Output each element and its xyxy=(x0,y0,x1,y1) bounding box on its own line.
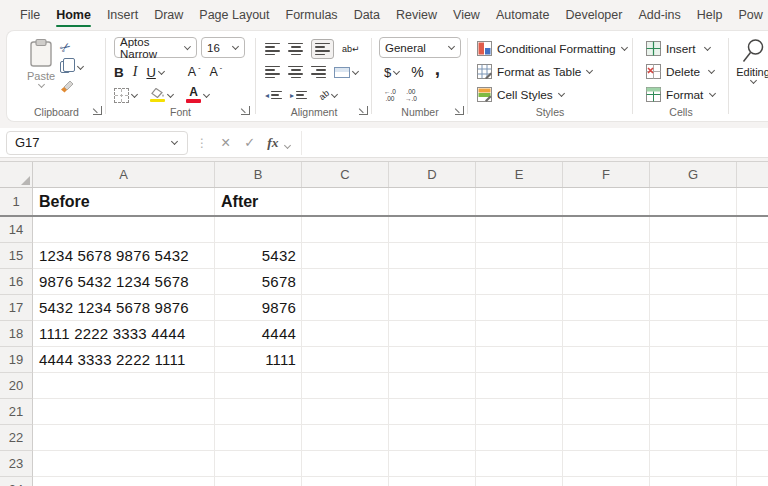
cell-col-c[interactable] xyxy=(302,321,389,347)
cell-col-h-partial[interactable] xyxy=(737,373,768,399)
ribbon-tab[interactable]: Review xyxy=(388,0,445,30)
cell-col-g[interactable] xyxy=(650,373,737,399)
select-all-corner[interactable] xyxy=(0,162,33,187)
cell-col-h-partial[interactable] xyxy=(737,217,768,243)
row-header[interactable]: 19 xyxy=(0,347,33,373)
cell-col-d[interactable] xyxy=(389,295,476,321)
row-header[interactable]: 21 xyxy=(0,399,33,425)
increase-decimal-button[interactable]: ←.0.00 xyxy=(384,88,396,103)
cell-col-e[interactable] xyxy=(476,451,563,477)
dialog-launcher-icon[interactable] xyxy=(359,106,368,115)
cell-col-e[interactable] xyxy=(476,269,563,295)
column-header[interactable]: F xyxy=(563,162,650,187)
bold-button[interactable]: B xyxy=(114,65,124,80)
column-header[interactable]: G xyxy=(650,162,737,187)
cell-col-d[interactable] xyxy=(389,399,476,425)
comma-style-button[interactable]: , xyxy=(435,67,440,77)
cell-col-e[interactable] xyxy=(476,295,563,321)
insert-cells-button[interactable]: Insert xyxy=(646,38,711,59)
cell-col-f[interactable] xyxy=(563,347,650,373)
cell-col-c[interactable] xyxy=(302,451,389,477)
dialog-launcher-icon[interactable] xyxy=(455,106,464,115)
cell-col-h-partial[interactable] xyxy=(737,477,768,486)
number-format-combo[interactable]: General xyxy=(379,37,461,58)
copy-button[interactable] xyxy=(60,61,84,73)
cell-col-f[interactable] xyxy=(563,188,650,215)
align-center-button[interactable] xyxy=(288,66,303,78)
cancel-button[interactable]: × xyxy=(214,134,237,152)
bottom-align-button[interactable] xyxy=(311,39,334,59)
increase-indent-button[interactable]: ▸ xyxy=(290,91,307,100)
ribbon-tab[interactable]: Data xyxy=(346,0,388,30)
column-header[interactable]: D xyxy=(389,162,476,187)
cell-col-b[interactable]: 1111 xyxy=(215,347,302,373)
cell-col-b[interactable] xyxy=(215,373,302,399)
cell-col-c[interactable] xyxy=(302,188,389,215)
ribbon-tab[interactable]: Automate xyxy=(488,0,558,30)
cell-col-d[interactable] xyxy=(389,217,476,243)
cell-col-a[interactable]: 4444 3333 2222 1111 xyxy=(33,347,215,373)
cell-col-a[interactable] xyxy=(33,373,215,399)
cell-col-d[interactable] xyxy=(389,188,476,215)
cell-col-f[interactable] xyxy=(563,321,650,347)
cell-col-b[interactable] xyxy=(215,477,302,486)
cell-col-f[interactable] xyxy=(563,451,650,477)
cell-col-a[interactable] xyxy=(33,425,215,451)
font-name-combo[interactable]: Aptos Narrow xyxy=(114,37,197,58)
cell-col-a[interactable]: 1111 2222 3333 4444 xyxy=(33,321,215,347)
formula-bar-splitter[interactable]: ⋮ xyxy=(196,136,208,150)
orientation-button[interactable]: ab xyxy=(319,90,338,100)
cell-col-f[interactable] xyxy=(563,295,650,321)
ribbon-tab[interactable]: Page Layout xyxy=(191,0,277,30)
cell-col-c[interactable] xyxy=(302,269,389,295)
underline-button[interactable]: U xyxy=(146,65,164,80)
cell-col-c[interactable] xyxy=(302,347,389,373)
cell-col-d[interactable] xyxy=(389,321,476,347)
column-header[interactable]: A xyxy=(33,162,215,187)
cell-col-b[interactable]: 5678 xyxy=(215,269,302,295)
cell-col-a[interactable]: 5432 1234 5678 9876 xyxy=(33,295,215,321)
cell-col-h-partial[interactable] xyxy=(737,347,768,373)
cell-col-b[interactable] xyxy=(215,399,302,425)
editing-button[interactable]: Editing xyxy=(731,38,768,83)
cell-col-c[interactable] xyxy=(302,399,389,425)
cell-col-b[interactable] xyxy=(215,451,302,477)
shrink-font-button[interactable]: Aˇ xyxy=(210,65,223,79)
cell-col-h-partial[interactable] xyxy=(737,269,768,295)
cell-col-b[interactable]: 4444 xyxy=(215,321,302,347)
font-color-button[interactable]: A xyxy=(186,87,210,103)
name-box[interactable]: G17 xyxy=(6,131,188,155)
cell-col-c[interactable] xyxy=(302,425,389,451)
row-header[interactable]: 1 xyxy=(0,188,33,215)
format-as-table-button[interactable]: Format as Table xyxy=(477,61,593,82)
cell-col-e[interactable] xyxy=(476,347,563,373)
decrease-decimal-button[interactable]: .00→.0 xyxy=(405,88,417,103)
cell-col-f[interactable] xyxy=(563,217,650,243)
cell-col-e[interactable] xyxy=(476,217,563,243)
cell-col-g[interactable] xyxy=(650,451,737,477)
cell-col-e[interactable] xyxy=(476,188,563,215)
cell-col-d[interactable] xyxy=(389,269,476,295)
formula-options-button[interactable] xyxy=(284,134,295,152)
cell-col-b[interactable]: 5432 xyxy=(215,243,302,269)
cell-col-g[interactable] xyxy=(650,217,737,243)
column-header[interactable]: C xyxy=(302,162,389,187)
font-size-combo[interactable]: 16 xyxy=(201,37,245,58)
ribbon-tab[interactable]: Developer xyxy=(557,0,630,30)
fill-color-button[interactable] xyxy=(150,88,174,103)
cell-col-c[interactable] xyxy=(302,373,389,399)
borders-button[interactable] xyxy=(114,88,138,103)
cell-col-h-partial[interactable] xyxy=(737,295,768,321)
cell-col-c[interactable] xyxy=(302,243,389,269)
cell-col-a[interactable] xyxy=(33,477,215,486)
cell-col-f[interactable] xyxy=(563,243,650,269)
cell-col-d[interactable] xyxy=(389,451,476,477)
cell-col-a[interactable]: 9876 5432 1234 5678 xyxy=(33,269,215,295)
dialog-launcher-icon[interactable] xyxy=(241,106,250,115)
cell-col-d[interactable] xyxy=(389,243,476,269)
cell-col-c[interactable] xyxy=(302,477,389,486)
ribbon-tab[interactable]: Draw xyxy=(146,0,191,30)
wrap-text-button[interactable]: ab↵ xyxy=(342,45,360,54)
insert-function-button[interactable]: fx xyxy=(262,135,283,151)
grow-font-button[interactable]: Aˆ xyxy=(188,65,201,79)
